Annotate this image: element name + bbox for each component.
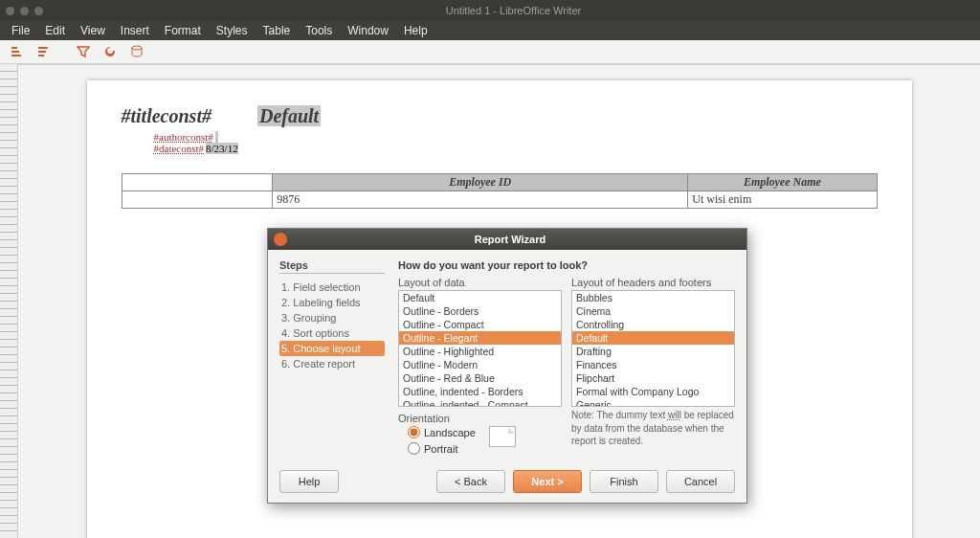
layout-hf-label: Layout of headers and footers: [571, 277, 735, 288]
list-item[interactable]: Default: [399, 291, 561, 304]
toolbar-filter-icon[interactable]: [73, 41, 94, 62]
layout-data-listbox[interactable]: DefaultOutline - BordersOutline - Compac…: [398, 290, 562, 407]
report-title-value: Default: [257, 105, 321, 126]
window-minimize-icon[interactable]: [20, 7, 29, 15]
list-item[interactable]: Outline, indented - Borders: [399, 385, 561, 398]
cancel-button[interactable]: Cancel: [666, 470, 735, 493]
list-item[interactable]: Finances: [572, 358, 734, 371]
svg-point-0: [132, 46, 142, 50]
layout-data-label: Layout of data: [398, 277, 562, 288]
menu-table[interactable]: Table: [256, 22, 299, 39]
dialog-close-icon[interactable]: [274, 233, 287, 246]
step-4[interactable]: 4. Sort options: [279, 325, 385, 341]
menu-format[interactable]: Format: [157, 22, 209, 39]
report-wizard-dialog: Report Wizard Steps 1. Field selection 2…: [267, 228, 747, 504]
report-date-token: #dateconst#: [154, 143, 205, 154]
list-item[interactable]: Default: [572, 331, 734, 345]
orientation-label: Orientation: [398, 413, 562, 424]
toolbar-sort-desc-icon[interactable]: [33, 41, 54, 62]
toolbar-sort-asc-icon[interactable]: [6, 41, 27, 62]
toolbar-refresh-icon[interactable]: [100, 41, 121, 62]
step-2[interactable]: 2. Labeling fields: [279, 295, 385, 310]
dialog-question: How do you want your report to look?: [398, 259, 735, 271]
list-item[interactable]: Outline - Modern: [399, 358, 561, 371]
report-date-value: 8/23/12: [206, 143, 238, 154]
list-item[interactable]: Formal with Company Logo: [572, 385, 734, 398]
cell-employee-name: Ut wisi enim: [688, 191, 877, 209]
toolbar-db-icon[interactable]: [126, 41, 147, 62]
steps-list: 1. Field selection 2. Labeling fields 3.…: [279, 280, 385, 371]
report-table: Employee ID Employee Name 9876 Ut wisi e…: [122, 173, 878, 209]
menu-file[interactable]: File: [4, 22, 37, 39]
list-item[interactable]: Outline - Borders: [399, 304, 561, 318]
orientation-landscape[interactable]: Landscape: [408, 426, 476, 438]
step-5[interactable]: 5. Choose layout: [279, 341, 385, 356]
help-button[interactable]: Help: [279, 470, 339, 493]
menu-styles[interactable]: Styles: [209, 22, 256, 39]
finish-button[interactable]: Finish: [590, 470, 658, 493]
window-titlebar: Untitled 1 - LibreOffice Writer: [0, 0, 980, 21]
menu-insert[interactable]: Insert: [113, 22, 157, 39]
cell-employee-id: 9876: [273, 191, 688, 209]
list-item[interactable]: Outline, indented - Compact: [399, 398, 561, 407]
list-item[interactable]: Outline - Red & Blue: [399, 371, 561, 385]
menubar: File Edit View Insert Format Styles Tabl…: [0, 21, 980, 40]
list-item[interactable]: Flipchart: [572, 371, 734, 385]
step-3[interactable]: 3. Grouping: [279, 310, 385, 325]
back-button[interactable]: < Back: [436, 470, 505, 493]
menu-edit[interactable]: Edit: [37, 22, 73, 39]
window-maximize-icon[interactable]: [34, 7, 43, 15]
orientation-portrait[interactable]: Portrait: [408, 442, 476, 455]
page-orientation-icon: [489, 426, 516, 447]
table-header-employee-name: Employee Name: [688, 174, 877, 191]
list-item[interactable]: Bubbles: [572, 291, 734, 304]
list-item[interactable]: Generic: [572, 398, 734, 407]
list-item[interactable]: Cinema: [572, 304, 734, 318]
dialog-title: Report Wizard: [295, 234, 725, 245]
list-item[interactable]: Outline - Compact: [399, 318, 561, 331]
menu-help[interactable]: Help: [396, 22, 435, 39]
toolbar: [0, 40, 980, 64]
menu-window[interactable]: Window: [340, 22, 396, 39]
window-close-icon[interactable]: [6, 7, 14, 15]
layout-hf-listbox[interactable]: BubblesCinemaControllingDefaultDraftingF…: [571, 290, 735, 407]
next-button[interactable]: Next >: [513, 470, 582, 493]
menu-tools[interactable]: Tools: [298, 22, 340, 39]
vertical-ruler: [0, 64, 18, 538]
table-row: 9876 Ut wisi enim: [122, 191, 877, 209]
list-item[interactable]: Controlling: [572, 318, 734, 331]
dialog-note: Note: The dummy text will be replaced by…: [571, 409, 735, 448]
menu-view[interactable]: View: [73, 22, 113, 39]
report-meta: #authorconst# #dateconst#8/23/12: [154, 131, 878, 154]
step-6[interactable]: 6. Create report: [279, 356, 385, 371]
window-title: Untitled 1 - LibreOffice Writer: [53, 5, 974, 16]
list-item[interactable]: Outline - Highlighted: [399, 345, 561, 358]
table-header-employee-id: Employee ID: [273, 174, 688, 191]
report-author-token: #authorconst#: [154, 131, 213, 143]
report-title-token: #titleconst#: [122, 105, 212, 127]
list-item[interactable]: Outline - Elegant: [399, 331, 561, 345]
list-item[interactable]: Drafting: [572, 345, 734, 358]
step-1[interactable]: 1. Field selection: [279, 280, 385, 295]
steps-heading: Steps: [279, 259, 385, 274]
